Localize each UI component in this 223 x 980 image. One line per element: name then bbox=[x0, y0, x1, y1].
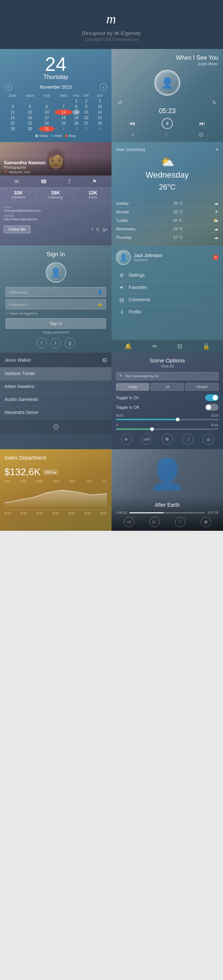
cal-day-cell[interactable]: 9 bbox=[80, 104, 93, 110]
cal-day-cell[interactable] bbox=[39, 98, 55, 104]
cal-day-cell[interactable]: 21 bbox=[93, 115, 107, 121]
sad-icon[interactable]: ☹ bbox=[199, 132, 204, 138]
cal-day-cell[interactable]: 12 bbox=[21, 110, 39, 115]
movie-progress-bar[interactable] bbox=[129, 512, 205, 513]
movie-heart-btn[interactable]: ♡ bbox=[175, 517, 186, 527]
cal-day-cell[interactable]: 28 bbox=[93, 121, 107, 126]
scroll-down-btn[interactable]: ⊙ bbox=[53, 422, 59, 431]
cal-day-cell[interactable]: 14 bbox=[93, 110, 107, 115]
target-icon[interactable]: ◎ bbox=[202, 434, 214, 445]
cal-day-cell[interactable]: 13 bbox=[80, 110, 93, 115]
cal-day-cell[interactable]: 1 bbox=[55, 126, 73, 132]
cal-day-cell[interactable]: 7 bbox=[55, 104, 73, 110]
cal-day-cell[interactable]: 26 bbox=[72, 121, 80, 126]
toggle-off-switch[interactable] bbox=[205, 404, 218, 410]
gplus-login-btn[interactable]: g bbox=[65, 338, 75, 348]
cal-day-cell[interactable]: 23 bbox=[21, 121, 39, 126]
sliders-icon[interactable]: ⊟ bbox=[177, 343, 182, 350]
lock-icon[interactable]: 🔒 bbox=[202, 343, 210, 350]
username-input[interactable]: Username 👤 bbox=[6, 287, 106, 297]
follow-button[interactable]: Follow Me bbox=[4, 226, 30, 233]
cal-day-cell[interactable]: 2 bbox=[72, 126, 80, 132]
heart-icon[interactable]: ♡ bbox=[164, 132, 169, 138]
slider1-track[interactable] bbox=[116, 419, 218, 420]
cal-day-cell[interactable]: 18 bbox=[55, 115, 73, 121]
cal-day-cell[interactable] bbox=[21, 98, 39, 104]
facebook-icon[interactable]: f bbox=[92, 227, 93, 232]
movie-back-btn[interactable]: ◁ bbox=[124, 517, 134, 527]
cal-day-cell[interactable]: 15 bbox=[5, 115, 21, 121]
menu-item-comments[interactable]: ▤ Comments bbox=[116, 294, 218, 306]
calendar-next-btn[interactable]: › bbox=[99, 83, 107, 91]
options-search[interactable]: 🔍 http://www.elgendy.me bbox=[116, 372, 218, 380]
cal-day-cell[interactable]: 1 bbox=[72, 98, 80, 104]
list-item[interactable]: Austin Sarmiento bbox=[0, 393, 111, 406]
cal-day-cell[interactable]: 20 bbox=[80, 115, 93, 121]
cal-day-cell[interactable]: 22 bbox=[5, 121, 21, 126]
movie-play-btn[interactable]: ▷ bbox=[149, 517, 160, 527]
toggle-on-switch[interactable] bbox=[205, 394, 218, 401]
cal-day-cell[interactable]: 24 bbox=[39, 121, 55, 126]
share-icon[interactable]: ⇄ bbox=[118, 99, 122, 105]
edit-icon[interactable]: ✏ bbox=[152, 343, 157, 350]
tab-today[interactable]: Today bbox=[116, 383, 149, 391]
cal-day-cell[interactable]: 5 bbox=[21, 104, 39, 110]
forgot-password-link[interactable]: Forgot password? bbox=[6, 331, 106, 334]
cal-day-cell[interactable]: 2 bbox=[80, 98, 93, 104]
cal-day-cell[interactable]: 31 bbox=[39, 126, 55, 132]
bookmark-icon[interactable]: ⚑ bbox=[92, 178, 97, 185]
tab-all[interactable]: All bbox=[151, 383, 184, 391]
list-item[interactable]: Adam Hawkins bbox=[0, 380, 111, 393]
calendar-prev-btn[interactable]: ‹ bbox=[5, 83, 12, 91]
airplane-icon[interactable]: ✈ bbox=[121, 434, 132, 445]
forward-btn[interactable]: ⏭ bbox=[199, 120, 205, 127]
cal-day-cell[interactable] bbox=[5, 98, 21, 104]
moon-icon[interactable]: ☽ bbox=[182, 434, 193, 445]
check-icon[interactable]: ✓ bbox=[131, 132, 135, 138]
share-icon[interactable]: ⤴ bbox=[68, 178, 71, 185]
cal-day-cell[interactable]: 6 bbox=[39, 104, 55, 110]
cal-day-cell[interactable]: 3 bbox=[80, 126, 93, 132]
twitter-icon[interactable]: 𝕏 bbox=[96, 227, 99, 232]
signin-button[interactable]: Sign in bbox=[6, 318, 106, 329]
cal-day-cell[interactable]: 16 bbox=[21, 115, 39, 121]
keep-logged-checkbox[interactable]: ☐ keep me logged in bbox=[6, 312, 106, 315]
cal-day-cell[interactable]: 13 bbox=[39, 110, 55, 115]
cal-day-cell[interactable]: 11 bbox=[5, 110, 21, 115]
cal-day-cell[interactable]: 4 bbox=[93, 126, 107, 132]
cal-day-cell[interactable]: 19 bbox=[55, 110, 73, 115]
list-item[interactable]: Alexandra Simon bbox=[0, 406, 111, 419]
weather-close-btn[interactable]: × bbox=[216, 146, 218, 153]
menu-item-settings[interactable]: ⚙ Settings bbox=[116, 269, 218, 282]
options-viewall[interactable]: View All bbox=[116, 364, 218, 368]
twitter-login-btn[interactable]: t bbox=[51, 338, 61, 348]
bluetooth-icon[interactable]: ✻ bbox=[162, 434, 173, 445]
cal-day-cell[interactable]: 25 bbox=[55, 121, 73, 126]
password-input[interactable]: Password 🔒 bbox=[6, 299, 106, 309]
send-icon[interactable]: ✉ bbox=[14, 178, 19, 185]
menu-item-favorites[interactable]: ♥ Favorites bbox=[116, 282, 218, 294]
slider2-track[interactable] bbox=[116, 428, 218, 430]
cal-day-cell[interactable]: 3 bbox=[93, 98, 107, 104]
phone-icon[interactable]: ☎ bbox=[40, 178, 47, 185]
pause-btn[interactable]: ⏸ bbox=[162, 118, 173, 129]
cal-day-cell[interactable]: 8 bbox=[72, 104, 80, 110]
cal-day-cell[interactable]: 29 bbox=[5, 126, 21, 132]
cal-day-cell[interactable]: 30 bbox=[21, 126, 39, 132]
list-item[interactable]: Jackson Turner bbox=[0, 367, 111, 380]
menu-item-profile[interactable]: ℹ Profile bbox=[116, 306, 218, 318]
cal-day-cell[interactable]: 27 bbox=[80, 121, 93, 126]
wifi-icon[interactable]: wifi bbox=[141, 434, 152, 445]
notification-badge[interactable]: 5 bbox=[213, 255, 218, 260]
cal-day-cell[interactable]: 14 bbox=[72, 110, 80, 115]
cal-day-cell[interactable] bbox=[55, 98, 73, 104]
tab-missed[interactable]: Missed bbox=[186, 383, 218, 391]
bell-icon[interactable]: 🔔 bbox=[125, 343, 132, 350]
cal-day-cell[interactable]: 17 bbox=[39, 115, 55, 121]
rewind-btn[interactable]: ⏮ bbox=[129, 120, 135, 127]
cal-day-cell[interactable]: 4 bbox=[5, 104, 21, 110]
facebook-login-btn[interactable]: f bbox=[37, 338, 47, 348]
cal-day-cell[interactable]: 19 bbox=[72, 115, 80, 121]
scroll-up-btn[interactable]: ⊙ bbox=[102, 356, 107, 364]
cal-day-cell[interactable]: 10 bbox=[93, 104, 107, 110]
